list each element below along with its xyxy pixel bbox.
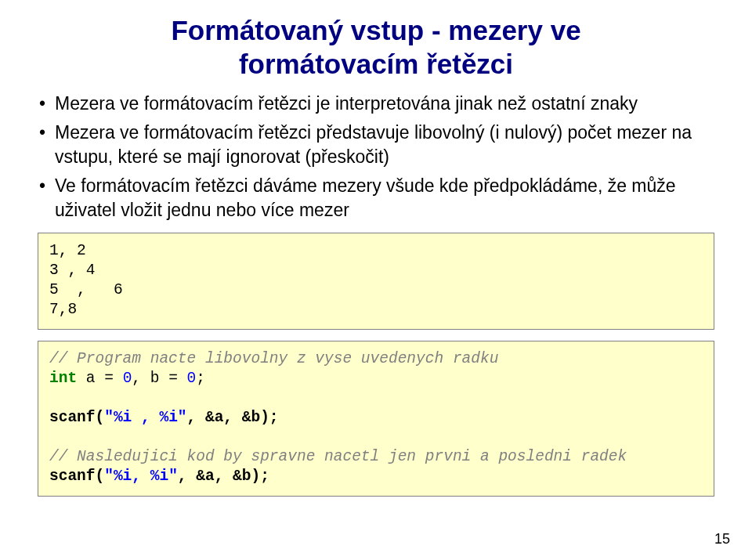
bullet-item: Mezera ve formátovacím řetězci je interp… — [38, 92, 714, 116]
code-comment: // Nasledujici kod by spravne nacetl jen… — [49, 448, 627, 465]
code-line: 5 , 6 — [49, 281, 123, 298]
code-box-input-examples: 1, 2 3 , 4 5 , 6 7,8 — [38, 233, 714, 330]
bullet-text: Mezera ve formátovacím řetězci je interp… — [55, 93, 638, 114]
slide: Formátovaný vstup - mezery ve formátovac… — [0, 0, 752, 560]
bullet-item: Mezera ve formátovacím řetězci představu… — [38, 121, 714, 169]
code-number: 0 — [123, 370, 132, 387]
title-line-1: Formátovaný vstup - mezery ve — [171, 15, 580, 45]
code-text: , b = — [132, 370, 186, 387]
code-number: 0 — [187, 370, 197, 387]
bullet-text: Ve formátovacím řetězci dáváme mezery vš… — [55, 175, 676, 220]
code-keyword: int — [49, 370, 77, 387]
code-text: ; — [196, 370, 205, 387]
title-line-2: formátovacím řetězci — [239, 49, 513, 79]
page-number: 15 — [714, 531, 730, 547]
code-string: "%i , %i" — [104, 409, 186, 426]
code-text: , &a, &b); — [187, 409, 279, 426]
code-comment: // Program nacte libovolny z vyse uveden… — [49, 350, 498, 367]
code-text: a = — [77, 370, 123, 387]
code-box-program: // Program nacte libovolny z vyse uveden… — [38, 341, 714, 497]
bullet-item: Ve formátovacím řetězci dáváme mezery vš… — [38, 174, 714, 222]
bullet-list: Mezera ve formátovacím řetězci je interp… — [38, 92, 714, 222]
code-line: 7,8 — [49, 301, 77, 318]
code-line: 3 , 4 — [49, 262, 96, 279]
bullet-text: Mezera ve formátovacím řetězci představu… — [55, 122, 692, 167]
code-text: , &a, &b); — [178, 468, 269, 485]
code-call: scanf( — [49, 409, 104, 426]
code-call: scanf( — [49, 468, 104, 485]
code-line: 1, 2 — [49, 242, 86, 259]
code-string: "%i, %i" — [104, 468, 178, 485]
slide-title: Formátovaný vstup - mezery ve formátovac… — [38, 14, 714, 81]
